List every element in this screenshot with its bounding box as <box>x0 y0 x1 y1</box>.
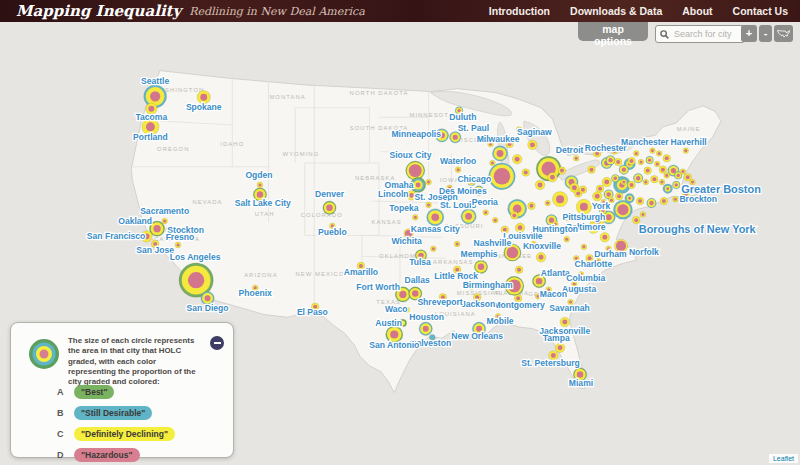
city-circle[interactable] <box>456 242 459 245</box>
city-circle[interactable] <box>641 213 644 216</box>
city-circle[interactable] <box>640 161 643 164</box>
city-circle[interactable] <box>616 160 620 164</box>
city-label[interactable]: Chicago <box>457 174 491 184</box>
city-label[interactable]: Oakland <box>118 216 152 226</box>
city-circle[interactable] <box>622 181 625 184</box>
city-circle[interactable] <box>205 295 211 301</box>
city-circle[interactable] <box>617 194 621 198</box>
city-label[interactable]: Tacoma <box>135 112 167 122</box>
city-circle[interactable] <box>427 181 430 184</box>
city-label[interactable]: Sioux City <box>390 150 432 160</box>
city-circle[interactable] <box>409 164 422 177</box>
city-circle[interactable] <box>200 94 207 101</box>
city-label[interactable]: Greater Boston <box>681 183 761 195</box>
city-circle[interactable] <box>153 225 160 232</box>
city-circle[interactable] <box>674 198 677 201</box>
city-label[interactable]: Kansas City <box>411 224 460 234</box>
city-circle[interactable] <box>608 158 612 162</box>
nav-introduction[interactable]: Introduction <box>489 5 550 17</box>
city-circle[interactable] <box>146 122 155 131</box>
city-circle[interactable] <box>606 192 610 196</box>
city-label[interactable]: Manchester <box>621 137 669 147</box>
city-circle[interactable] <box>412 290 418 296</box>
city-circle[interactable] <box>671 168 676 173</box>
city-label[interactable]: Birmingham <box>463 280 513 290</box>
city-circle[interactable] <box>524 171 528 175</box>
city-label[interactable]: Amarillo <box>344 267 378 277</box>
city-circle[interactable] <box>658 152 661 155</box>
city-label[interactable]: Topeka <box>389 203 419 213</box>
city-circle[interactable] <box>150 91 160 101</box>
city-circle[interactable] <box>628 197 631 200</box>
city-circle[interactable] <box>582 245 585 248</box>
city-circle[interactable] <box>176 243 179 246</box>
city-label[interactable]: Haverhill <box>671 137 707 147</box>
city-label[interactable]: Macon <box>540 289 567 299</box>
city-circle[interactable] <box>148 106 154 112</box>
city-circle[interactable] <box>258 183 261 186</box>
city-circle[interactable] <box>606 214 612 220</box>
site-title[interactable]: Mapping Inequality <box>16 2 181 20</box>
city-circle[interactable] <box>635 152 638 155</box>
city-circle[interactable] <box>494 168 511 185</box>
city-circle[interactable] <box>423 326 429 332</box>
city-label[interactable]: Peoria <box>472 197 498 207</box>
city-circle[interactable] <box>589 168 593 172</box>
city-circle[interactable] <box>656 162 659 165</box>
city-circle[interactable] <box>610 199 613 202</box>
city-label[interactable]: Detroit <box>556 145 584 155</box>
city-circle[interactable] <box>651 149 654 152</box>
city-circle[interactable] <box>662 199 666 203</box>
city-label[interactable]: Dallas <box>405 275 430 285</box>
city-circle[interactable] <box>581 188 585 192</box>
city-label[interactable]: Knoxville <box>523 241 561 251</box>
city-label[interactable]: York <box>592 201 611 211</box>
city-label[interactable]: San Jose <box>136 246 174 256</box>
city-label[interactable]: Duluth <box>449 112 476 122</box>
city-label[interactable]: San Diego <box>187 303 229 313</box>
zoom-out-button[interactable]: - <box>759 25 772 42</box>
city-circle[interactable] <box>634 218 638 222</box>
city-circle[interactable] <box>529 204 533 208</box>
city-label[interactable]: Huntington <box>532 224 578 234</box>
city-label[interactable]: Seattle <box>141 76 169 86</box>
city-circle[interactable] <box>538 182 543 187</box>
reset-extent-us-button[interactable] <box>774 25 793 42</box>
city-label[interactable]: Saginaw <box>517 127 552 137</box>
city-label[interactable]: Waco <box>385 304 408 314</box>
city-label[interactable]: Nashville <box>474 238 512 248</box>
city-label[interactable]: Spokane <box>186 102 222 112</box>
city-circle[interactable] <box>622 167 626 171</box>
city-circle[interactable] <box>416 182 421 187</box>
city-circle[interactable] <box>550 175 555 180</box>
city-label[interactable]: Los Angeles <box>170 252 221 262</box>
city-circle[interactable] <box>536 278 542 284</box>
city-circle[interactable] <box>546 201 549 204</box>
city-label[interactable]: El Paso <box>297 307 328 317</box>
city-circle[interactable] <box>497 150 504 157</box>
city-circle[interactable] <box>465 213 472 220</box>
city-circle[interactable] <box>676 174 679 177</box>
city-circle[interactable] <box>675 183 678 186</box>
city-circle[interactable] <box>494 219 497 222</box>
city-circle[interactable] <box>576 191 580 195</box>
city-label[interactable]: Lincoln <box>378 189 408 199</box>
leaflet-attribution[interactable]: Leaflet <box>769 454 798 463</box>
city-circle[interactable] <box>580 203 588 211</box>
city-label[interactable]: St. Paul <box>458 123 489 133</box>
city-circle[interactable] <box>604 180 609 185</box>
city-search-box[interactable] <box>655 25 745 43</box>
city-circle[interactable] <box>648 158 651 161</box>
city-circle[interactable] <box>507 247 519 259</box>
city-label[interactable]: Jackson <box>461 299 495 309</box>
city-circle[interactable] <box>326 205 332 211</box>
city-label[interactable]: Des Moines <box>439 186 487 196</box>
city-circle[interactable] <box>457 168 460 171</box>
city-circle[interactable] <box>163 220 166 223</box>
city-circle[interactable] <box>636 176 640 180</box>
city-circle[interactable] <box>517 268 521 272</box>
city-circle[interactable] <box>646 169 650 173</box>
city-circle[interactable] <box>595 194 600 199</box>
city-label[interactable]: Ogden <box>245 170 272 180</box>
city-label[interactable]: Omaha <box>385 180 414 190</box>
